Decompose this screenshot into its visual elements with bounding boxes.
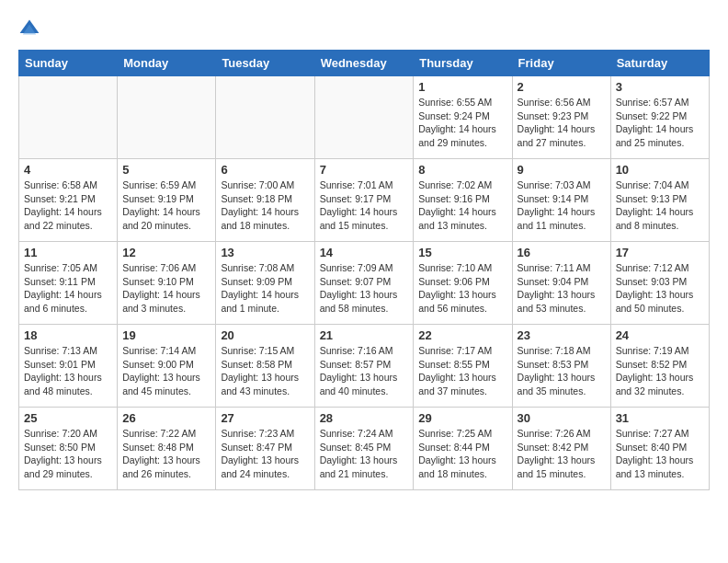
day-cell: 8Sunrise: 7:02 AM Sunset: 9:16 PM Daylig… bbox=[414, 159, 512, 242]
day-number: 11 bbox=[24, 246, 112, 259]
day-number: 23 bbox=[518, 328, 606, 342]
day-info: Sunrise: 7:24 AM Sunset: 8:45 PM Dayligh… bbox=[320, 427, 409, 481]
header bbox=[18, 18, 710, 40]
day-info: Sunrise: 7:06 AM Sunset: 9:10 PM Dayligh… bbox=[122, 261, 210, 316]
day-cell: 7Sunrise: 7:01 AM Sunset: 9:17 PM Daylig… bbox=[314, 159, 414, 242]
day-cell: 2Sunrise: 6:56 AM Sunset: 9:23 PM Daylig… bbox=[512, 76, 610, 159]
day-number: 12 bbox=[122, 246, 210, 259]
weekday-header: Thursday bbox=[414, 51, 512, 76]
day-info: Sunrise: 7:05 AM Sunset: 9:11 PM Dayligh… bbox=[24, 261, 112, 316]
day-cell bbox=[314, 76, 414, 159]
day-number: 15 bbox=[418, 246, 506, 259]
day-cell: 28Sunrise: 7:24 AM Sunset: 8:45 PM Dayli… bbox=[314, 408, 414, 490]
day-info: Sunrise: 6:56 AM Sunset: 9:23 PM Dayligh… bbox=[518, 96, 606, 150]
day-info: Sunrise: 7:01 AM Sunset: 9:17 PM Dayligh… bbox=[320, 178, 409, 233]
day-number: 24 bbox=[616, 328, 704, 342]
day-cell: 30Sunrise: 7:26 AM Sunset: 8:42 PM Dayli… bbox=[512, 408, 610, 490]
weekday-header: Wednesday bbox=[314, 51, 414, 76]
day-number: 31 bbox=[616, 411, 704, 425]
day-info: Sunrise: 7:23 AM Sunset: 8:47 PM Dayligh… bbox=[221, 427, 309, 481]
day-number: 7 bbox=[320, 163, 409, 177]
day-info: Sunrise: 7:11 AM Sunset: 9:04 PM Dayligh… bbox=[518, 261, 606, 316]
day-number: 22 bbox=[418, 328, 506, 342]
day-cell: 1Sunrise: 6:55 AM Sunset: 9:24 PM Daylig… bbox=[414, 76, 512, 159]
calendar: SundayMondayTuesdayWednesdayThursdayFrid… bbox=[18, 50, 710, 490]
day-number: 1 bbox=[418, 80, 506, 94]
weekday-header: Tuesday bbox=[216, 51, 314, 76]
day-cell: 23Sunrise: 7:18 AM Sunset: 8:53 PM Dayli… bbox=[512, 325, 610, 408]
day-number: 9 bbox=[518, 163, 606, 177]
day-cell: 13Sunrise: 7:08 AM Sunset: 9:09 PM Dayli… bbox=[216, 242, 314, 325]
day-cell: 14Sunrise: 7:09 AM Sunset: 9:07 PM Dayli… bbox=[314, 242, 414, 325]
day-cell bbox=[19, 76, 118, 159]
day-info: Sunrise: 7:18 AM Sunset: 8:53 PM Dayligh… bbox=[518, 344, 606, 398]
day-cell: 5Sunrise: 6:59 AM Sunset: 9:19 PM Daylig… bbox=[118, 159, 216, 242]
day-cell: 27Sunrise: 7:23 AM Sunset: 8:47 PM Dayli… bbox=[216, 408, 314, 490]
week-row: 25Sunrise: 7:20 AM Sunset: 8:50 PM Dayli… bbox=[19, 408, 710, 490]
day-info: Sunrise: 6:55 AM Sunset: 9:24 PM Dayligh… bbox=[418, 96, 506, 150]
week-row: 1Sunrise: 6:55 AM Sunset: 9:24 PM Daylig… bbox=[19, 76, 710, 159]
weekday-header: Saturday bbox=[610, 51, 709, 76]
day-cell: 15Sunrise: 7:10 AM Sunset: 9:06 PM Dayli… bbox=[414, 242, 512, 325]
day-number: 16 bbox=[518, 246, 606, 259]
day-number: 21 bbox=[320, 328, 409, 342]
day-number: 10 bbox=[616, 163, 704, 177]
day-info: Sunrise: 7:15 AM Sunset: 8:58 PM Dayligh… bbox=[221, 344, 309, 398]
day-info: Sunrise: 7:22 AM Sunset: 8:48 PM Dayligh… bbox=[122, 427, 210, 481]
day-number: 14 bbox=[320, 246, 409, 259]
week-row: 18Sunrise: 7:13 AM Sunset: 9:01 PM Dayli… bbox=[19, 325, 710, 408]
day-info: Sunrise: 7:09 AM Sunset: 9:07 PM Dayligh… bbox=[320, 261, 409, 316]
day-number: 6 bbox=[221, 163, 309, 177]
day-info: Sunrise: 7:00 AM Sunset: 9:18 PM Dayligh… bbox=[221, 178, 309, 233]
day-cell: 20Sunrise: 7:15 AM Sunset: 8:58 PM Dayli… bbox=[216, 325, 314, 408]
day-info: Sunrise: 7:14 AM Sunset: 9:00 PM Dayligh… bbox=[122, 344, 210, 398]
day-cell: 21Sunrise: 7:16 AM Sunset: 8:57 PM Dayli… bbox=[314, 325, 414, 408]
day-cell: 31Sunrise: 7:27 AM Sunset: 8:40 PM Dayli… bbox=[610, 408, 709, 490]
day-info: Sunrise: 7:19 AM Sunset: 8:52 PM Dayligh… bbox=[616, 344, 704, 398]
day-cell bbox=[216, 76, 314, 159]
day-cell: 16Sunrise: 7:11 AM Sunset: 9:04 PM Dayli… bbox=[512, 242, 610, 325]
day-cell: 25Sunrise: 7:20 AM Sunset: 8:50 PM Dayli… bbox=[19, 408, 118, 490]
day-number: 4 bbox=[24, 163, 112, 177]
day-info: Sunrise: 6:57 AM Sunset: 9:22 PM Dayligh… bbox=[616, 96, 704, 150]
week-row: 4Sunrise: 6:58 AM Sunset: 9:21 PM Daylig… bbox=[19, 159, 710, 242]
day-number: 13 bbox=[221, 246, 309, 259]
week-row: 11Sunrise: 7:05 AM Sunset: 9:11 PM Dayli… bbox=[19, 242, 710, 325]
day-info: Sunrise: 7:13 AM Sunset: 9:01 PM Dayligh… bbox=[24, 344, 112, 398]
day-info: Sunrise: 7:02 AM Sunset: 9:16 PM Dayligh… bbox=[418, 178, 506, 233]
day-number: 17 bbox=[616, 246, 704, 259]
logo-icon bbox=[18, 18, 40, 40]
day-cell: 3Sunrise: 6:57 AM Sunset: 9:22 PM Daylig… bbox=[610, 76, 709, 159]
day-info: Sunrise: 7:25 AM Sunset: 8:44 PM Dayligh… bbox=[418, 427, 506, 481]
day-info: Sunrise: 7:03 AM Sunset: 9:14 PM Dayligh… bbox=[518, 178, 606, 233]
day-info: Sunrise: 7:16 AM Sunset: 8:57 PM Dayligh… bbox=[320, 344, 409, 398]
day-number: 20 bbox=[221, 328, 309, 342]
day-number: 25 bbox=[24, 411, 112, 425]
day-cell: 6Sunrise: 7:00 AM Sunset: 9:18 PM Daylig… bbox=[216, 159, 314, 242]
day-number: 27 bbox=[221, 411, 309, 425]
day-info: Sunrise: 7:04 AM Sunset: 9:13 PM Dayligh… bbox=[616, 178, 704, 233]
day-cell: 19Sunrise: 7:14 AM Sunset: 9:00 PM Dayli… bbox=[118, 325, 216, 408]
weekday-header: Monday bbox=[118, 51, 216, 76]
day-cell: 24Sunrise: 7:19 AM Sunset: 8:52 PM Dayli… bbox=[610, 325, 709, 408]
day-number: 30 bbox=[518, 411, 606, 425]
day-info: Sunrise: 7:08 AM Sunset: 9:09 PM Dayligh… bbox=[221, 261, 309, 316]
weekday-header-row: SundayMondayTuesdayWednesdayThursdayFrid… bbox=[19, 51, 710, 76]
day-number: 18 bbox=[24, 328, 112, 342]
day-number: 19 bbox=[122, 328, 210, 342]
day-info: Sunrise: 7:10 AM Sunset: 9:06 PM Dayligh… bbox=[418, 261, 506, 316]
day-cell: 4Sunrise: 6:58 AM Sunset: 9:21 PM Daylig… bbox=[19, 159, 118, 242]
day-info: Sunrise: 7:27 AM Sunset: 8:40 PM Dayligh… bbox=[616, 427, 704, 481]
weekday-header: Sunday bbox=[19, 51, 118, 76]
day-number: 28 bbox=[320, 411, 409, 425]
day-number: 26 bbox=[122, 411, 210, 425]
day-number: 2 bbox=[518, 80, 606, 94]
day-cell: 12Sunrise: 7:06 AM Sunset: 9:10 PM Dayli… bbox=[118, 242, 216, 325]
day-cell: 26Sunrise: 7:22 AM Sunset: 8:48 PM Dayli… bbox=[118, 408, 216, 490]
weekday-header: Friday bbox=[512, 51, 610, 76]
day-cell: 22Sunrise: 7:17 AM Sunset: 8:55 PM Dayli… bbox=[414, 325, 512, 408]
day-number: 8 bbox=[418, 163, 506, 177]
day-cell bbox=[118, 76, 216, 159]
day-cell: 18Sunrise: 7:13 AM Sunset: 9:01 PM Dayli… bbox=[19, 325, 118, 408]
day-info: Sunrise: 7:17 AM Sunset: 8:55 PM Dayligh… bbox=[418, 344, 506, 398]
